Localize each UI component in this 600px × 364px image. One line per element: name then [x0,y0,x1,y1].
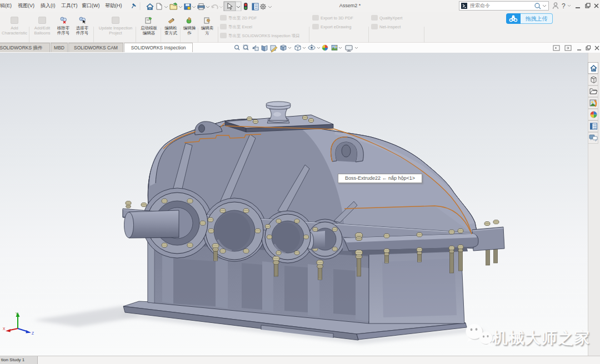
svg-text:Y: Y [16,312,18,316]
svg-text:Z: Z [32,331,34,335]
svg-text:?: ? [562,2,566,10]
svg-text:X: X [3,327,6,331]
